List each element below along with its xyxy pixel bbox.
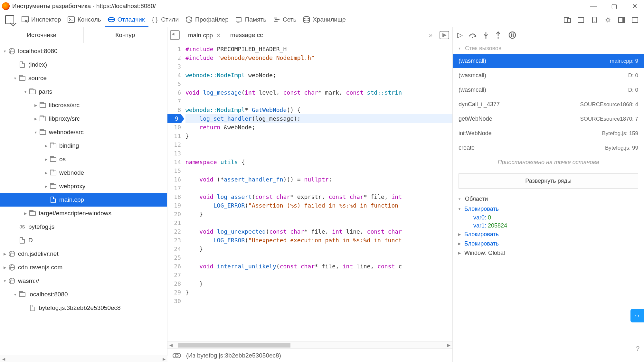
- scopes-header[interactable]: Области: [453, 194, 644, 204]
- code-line[interactable]: LOG_ERROR("Unexpected execution path in …: [185, 236, 452, 245]
- code-line[interactable]: [185, 166, 452, 175]
- help-icon[interactable]: ?: [636, 345, 639, 352]
- tree-item[interactable]: JSbytefog.js: [0, 220, 167, 234]
- dock-side-icon[interactable]: [617, 15, 626, 25]
- tree-item[interactable]: webproxy: [0, 180, 167, 193]
- twisty-icon[interactable]: [43, 183, 49, 189]
- sources-tree[interactable]: localhost:8080(index)sourcepartslibcross…: [0, 43, 167, 362]
- line-number[interactable]: 30: [167, 297, 181, 305]
- tool-storage[interactable]: Хранилище: [300, 13, 350, 27]
- tree-item[interactable]: libcross/src: [0, 98, 167, 112]
- twisty-icon[interactable]: [12, 75, 18, 81]
- line-number[interactable]: 23: [167, 236, 181, 245]
- line-number[interactable]: 16: [167, 175, 181, 184]
- tree-item[interactable]: localhost:8080: [0, 288, 167, 301]
- teamviewer-badge-icon[interactable]: ↔: [630, 309, 644, 322]
- code-line[interactable]: #include PRECOMPILED_HEADER_H: [185, 45, 452, 53]
- code-line[interactable]: void log_message(int level, const char* …: [185, 88, 452, 97]
- code-line[interactable]: [185, 97, 452, 106]
- scope-item[interactable]: Блокировать: [453, 204, 644, 214]
- tree-item[interactable]: binding: [0, 139, 167, 153]
- code-line[interactable]: return &webNode;: [185, 123, 452, 132]
- code-line[interactable]: webnode::NodeImpl webNode;: [185, 71, 452, 79]
- tree-item[interactable]: target/emscripten-windows: [0, 207, 167, 220]
- twisty-icon[interactable]: [43, 197, 49, 203]
- code-line[interactable]: log_set_handler(log_message);: [185, 114, 452, 123]
- line-number[interactable]: 24: [167, 245, 181, 253]
- line-number[interactable]: 21: [167, 218, 181, 227]
- callstack-frame[interactable]: (wasmcall)main.cpp: 9: [453, 54, 644, 68]
- twisty-icon[interactable]: [2, 265, 8, 270]
- code-line[interactable]: [185, 271, 452, 279]
- line-number[interactable]: 12: [167, 140, 181, 149]
- twisty-icon[interactable]: [12, 292, 18, 297]
- code-line[interactable]: [185, 149, 452, 158]
- callstack-frame[interactable]: dynCall_ii_4377SOURCEsource1868: 4: [453, 97, 644, 112]
- close-button[interactable]: ✕: [630, 2, 639, 10]
- twisty-icon[interactable]: [12, 224, 18, 230]
- twisty-icon[interactable]: [457, 196, 462, 202]
- line-number[interactable]: 11: [167, 132, 181, 140]
- twisty-icon[interactable]: [23, 305, 28, 311]
- twisty-icon[interactable]: [457, 232, 462, 237]
- code-line[interactable]: }: [185, 132, 452, 140]
- code-body[interactable]: #include PRECOMPILED_HEADER_H#include "w…: [184, 43, 452, 341]
- tree-item[interactable]: bytefog.js:3b2ebb2e53050ec8: [0, 301, 167, 315]
- tree-item[interactable]: cdn.ravenjs.com: [0, 261, 167, 274]
- twisty-icon[interactable]: [43, 170, 49, 176]
- line-number[interactable]: 17: [167, 184, 181, 192]
- more-tabs-icon[interactable]: »: [425, 31, 436, 39]
- scope-item[interactable]: Блокировать: [453, 230, 644, 239]
- line-number[interactable]: 2: [167, 53, 181, 62]
- twisty-icon[interactable]: [23, 89, 28, 95]
- scroll-thumb[interactable]: [178, 343, 290, 348]
- line-number[interactable]: 29: [167, 288, 181, 297]
- callstack-frame[interactable]: initWebNodeBytefog.js: 159: [453, 126, 644, 141]
- code-line[interactable]: [185, 62, 452, 71]
- line-number[interactable]: 1: [167, 45, 181, 53]
- tree-item[interactable]: source: [0, 71, 167, 85]
- line-number[interactable]: 19: [167, 201, 181, 210]
- scroll-left-icon[interactable]: ◀: [167, 343, 175, 348]
- line-number[interactable]: 5: [167, 79, 181, 88]
- step-over-icon[interactable]: [469, 32, 477, 38]
- line-number[interactable]: 13: [167, 149, 181, 158]
- horizontal-scrollbar[interactable]: ◀ ▶: [167, 341, 452, 348]
- twisty-icon[interactable]: [2, 48, 8, 54]
- line-number[interactable]: 15: [167, 166, 181, 175]
- tree-item[interactable]: os: [0, 153, 167, 166]
- code-line[interactable]: [185, 79, 452, 88]
- callstack-header[interactable]: Стек вызовов: [453, 43, 644, 54]
- debug-sections[interactable]: Стек вызовов(wasmcall)main.cpp: 9(wasmca…: [453, 43, 644, 362]
- line-number[interactable]: 22: [167, 227, 181, 236]
- line-number[interactable]: 26: [167, 262, 181, 271]
- tree-item[interactable]: webnode/src: [0, 125, 167, 139]
- twisty-icon[interactable]: [23, 210, 28, 216]
- tool-profiler[interactable]: Профайлер: [183, 13, 232, 27]
- line-number[interactable]: 18: [167, 192, 181, 201]
- variable-row[interactable]: var1: 205824: [453, 222, 644, 230]
- line-number[interactable]: 27: [167, 271, 181, 279]
- close-tab-icon[interactable]: ✕: [216, 32, 221, 39]
- line-number[interactable]: 10: [167, 123, 181, 132]
- expand-rows-button[interactable]: Развернуть ряды: [459, 173, 638, 189]
- tree-item[interactable]: webnode: [0, 166, 167, 180]
- step-in-icon[interactable]: [483, 31, 489, 39]
- tree-item[interactable]: localhost:8080: [0, 44, 167, 58]
- twisty-icon[interactable]: [2, 251, 8, 257]
- code-line[interactable]: [185, 184, 452, 192]
- tree-item[interactable]: parts: [0, 85, 167, 98]
- twisty-icon[interactable]: [33, 102, 39, 108]
- code-line[interactable]: webnode::NodeImpl* GetWebNode() {: [185, 106, 452, 114]
- twisty-icon[interactable]: [457, 206, 462, 212]
- callstack-frame[interactable]: (wasmcall)D: 0: [453, 83, 644, 97]
- code-line[interactable]: [185, 140, 452, 149]
- scope-item[interactable]: Блокировать: [453, 239, 644, 248]
- run-to-cursor-icon[interactable]: ▶: [440, 31, 449, 39]
- twisty-icon[interactable]: [457, 241, 462, 247]
- line-number[interactable]: 25: [167, 253, 181, 262]
- twisty-icon[interactable]: [12, 62, 18, 68]
- tool-styles[interactable]: { }Стили: [148, 13, 183, 27]
- screenshot-icon[interactable]: [590, 15, 599, 25]
- twisty-icon[interactable]: [457, 250, 462, 256]
